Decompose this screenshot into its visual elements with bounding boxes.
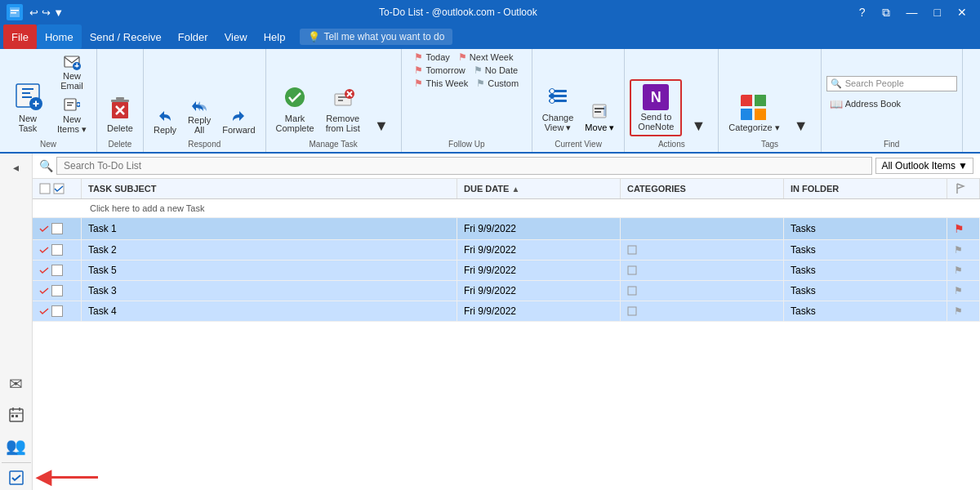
maximize-button[interactable]: □ <box>928 2 947 22</box>
followup-next-week[interactable]: ⚑ Next Week <box>455 51 517 64</box>
mark-complete-button[interactable]: MarkComplete <box>271 82 319 136</box>
flag-next-week-icon: ⚑ <box>458 51 467 63</box>
svg-rect-46 <box>11 415 14 417</box>
svg-rect-41 <box>604 106 606 116</box>
reply-all-button[interactable]: ReplyAll <box>183 95 216 136</box>
task-5-subject: Task 5 <box>82 261 457 280</box>
followup-tomorrow[interactable]: ⚑ Tomorrow <box>411 64 468 77</box>
actions-more-button[interactable]: ▼ <box>684 116 713 136</box>
header-flag <box>947 179 980 198</box>
task-3-folder: Tasks <box>784 281 947 301</box>
header-status <box>33 179 82 198</box>
delete-button[interactable]: Delete <box>102 92 138 136</box>
followup-this-week[interactable]: ⚑ This Week <box>411 77 471 90</box>
followup-no-date[interactable]: ⚑ No Date <box>470 64 521 77</box>
remove-from-list-button[interactable]: Removefrom List <box>321 82 365 136</box>
menu-file[interactable]: File <box>3 24 37 49</box>
nav-tasks[interactable] <box>2 462 31 490</box>
task-4-status <box>33 301 82 321</box>
nav-mail[interactable]: ✉ <box>2 369 31 399</box>
header-due-date[interactable]: DUE DATE ▲ <box>457 179 621 198</box>
search-people-field[interactable]: 🔍 Search People <box>826 76 957 91</box>
task-5-checkbox[interactable] <box>51 265 63 276</box>
reply-all-label: ReplyAll <box>188 115 211 135</box>
ribbon-group-manage-task: MarkComplete Removefrom List <box>266 49 402 152</box>
delete-icon <box>107 96 133 122</box>
content-area: 🔍 All Outlook Items ▼ TASK S <box>33 154 980 490</box>
new-task-button[interactable]: NewTask <box>5 76 51 136</box>
window-resize-btn[interactable]: ⧉ <box>875 2 897 23</box>
ribbon-group-actions-content: N Send toOneNote ▼ <box>630 51 713 136</box>
task-row[interactable]: Task 5 Fri 9/9/2022 Tasks ⚑ <box>33 261 980 281</box>
task-3-subject: Task 3 <box>82 281 457 301</box>
nav-contacts[interactable]: 👥 <box>2 431 31 461</box>
menu-bar: File Home Send / Receive Folder View Hel… <box>0 24 980 49</box>
categorize-button[interactable]: Categorize ▾ <box>724 91 784 136</box>
change-view-label: ChangeView ▾ <box>542 113 574 133</box>
categorize-icon <box>741 95 767 121</box>
svg-rect-5 <box>22 92 30 94</box>
nav-calendar[interactable] <box>2 400 31 430</box>
task-2-status <box>33 240 82 260</box>
lightbulb-icon: 💡 <box>308 31 320 42</box>
task-5-flag-icon: ⚑ <box>954 265 963 276</box>
ribbon-group-find: 🔍 Search People 📖 Address Book Find <box>822 49 963 152</box>
tell-me-input[interactable]: 💡 Tell me what you want to do <box>300 29 452 45</box>
move-button[interactable]: Move ▾ <box>580 96 619 136</box>
tasks-arrow-indicator: ◀ <box>36 466 98 488</box>
task-5-due-date: Fri 9/9/2022 <box>457 261 621 280</box>
menu-send-receive[interactable]: Send / Receive <box>82 24 170 49</box>
task-3-checkbox[interactable] <box>51 285 63 296</box>
svg-rect-49 <box>40 184 50 194</box>
reply-button[interactable]: Reply <box>149 105 181 136</box>
change-view-button[interactable]: ChangeView ▾ <box>537 82 579 136</box>
menu-home[interactable]: Home <box>37 24 82 49</box>
send-to-onenote-button[interactable]: N Send toOneNote <box>630 79 682 136</box>
task-1-checkbox[interactable] <box>51 223 63 234</box>
menu-folder[interactable]: Folder <box>170 24 216 49</box>
task-row[interactable]: Task 4 Fri 9/9/2022 Tasks ⚑ <box>33 301 980 322</box>
task-row[interactable]: Task 1 Fri 9/9/2022 Tasks ⚑ <box>33 218 980 240</box>
task-5-folder: Tasks <box>784 261 947 280</box>
address-book-button[interactable]: 📖 Address Book <box>826 96 904 112</box>
svg-rect-39 <box>595 108 604 109</box>
svg-rect-9 <box>35 101 37 107</box>
followup-today[interactable]: ⚑ Today <box>411 51 452 64</box>
ribbon: NewTask NewEmail <box>0 49 980 154</box>
forward-label: Forward <box>222 125 255 135</box>
actions-group-label: Actions <box>658 138 685 150</box>
minimize-button[interactable]: — <box>900 2 924 22</box>
task-2-checkbox[interactable] <box>51 244 63 256</box>
app-icon <box>7 4 23 20</box>
flag-custom-icon: ⚑ <box>476 78 485 89</box>
title-bar: ↩ ↪ ▼ To-Do List - @outlook.com - Outloo… <box>0 0 980 24</box>
add-task-row[interactable]: Click here to add a new Task <box>33 199 980 218</box>
menu-view[interactable]: View <box>216 24 256 49</box>
followup-custom-label: Custom <box>488 78 519 88</box>
followup-custom[interactable]: ⚑ Custom <box>473 77 522 90</box>
task-4-flag: ⚑ <box>947 301 980 321</box>
sidebar-collapse-button[interactable]: ◂ <box>7 158 25 176</box>
manage-task-more-icon: ▼ <box>374 118 389 135</box>
search-input[interactable] <box>56 157 872 175</box>
all-items-chevron: ▼ <box>958 160 968 172</box>
forward-button[interactable]: Forward <box>217 105 260 136</box>
window-controls: ? ⧉ — □ ✕ <box>853 2 973 23</box>
manage-task-more-button[interactable]: ▼ <box>367 116 396 136</box>
task-row[interactable]: Task 3 Fri 9/9/2022 Tasks ⚑ <box>33 281 980 301</box>
task-row[interactable]: Task 2 Fri 9/9/2022 Tasks ⚑ <box>33 240 980 261</box>
menu-help[interactable]: Help <box>256 24 294 49</box>
ribbon-group-respond-content: Reply ReplyAll <box>149 51 261 136</box>
close-button[interactable]: ✕ <box>951 2 973 22</box>
help-button[interactable]: ? <box>853 2 872 22</box>
task-4-checkbox[interactable] <box>51 305 63 317</box>
remove-from-list-icon <box>330 86 356 112</box>
new-items-button[interactable]: NewItems ▾ <box>52 94 91 136</box>
all-items-dropdown[interactable]: All Outlook Items ▼ <box>875 158 973 174</box>
mark-complete-label: MarkComplete <box>276 114 314 133</box>
reply-all-icon <box>190 96 208 114</box>
new-email-button[interactable]: NewEmail <box>52 51 91 92</box>
tags-more-button[interactable]: ▼ <box>786 116 816 136</box>
ribbon-group-followup: ⚑ Today ⚑ Next Week ⚑ Tomorrow ⚑ <box>402 49 532 152</box>
task-2-flag-icon: ⚑ <box>954 244 963 256</box>
